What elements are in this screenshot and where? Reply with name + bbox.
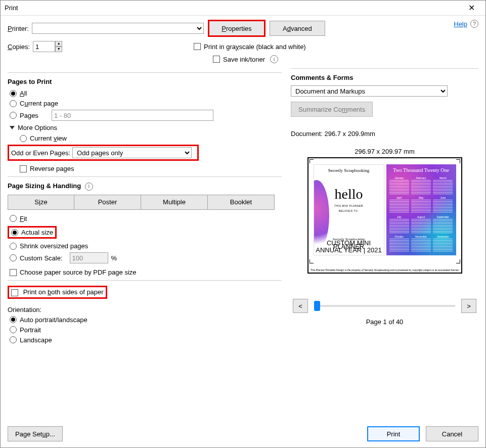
window-title: Print xyxy=(5,4,461,12)
orientation-title: Orientation: xyxy=(8,306,282,313)
both-sides-checkbox[interactable] xyxy=(11,289,18,296)
crop-mark-icon xyxy=(456,159,460,163)
auto-orient-radio[interactable] xyxy=(10,316,17,323)
landscape-radio[interactable] xyxy=(10,336,17,343)
choose-source-checkbox[interactable] xyxy=(10,269,17,276)
help-link[interactable]: Help xyxy=(454,20,467,28)
pages-to-print-title: Pages to Print xyxy=(8,78,282,85)
custom-scale-label: Custom Scale: xyxy=(20,254,63,262)
custom-scale-radio[interactable] xyxy=(10,254,17,261)
copies-input[interactable] xyxy=(33,41,55,52)
advanced-button[interactable]: Advanced xyxy=(270,21,325,36)
print-dialog: Print ✕ Help ? Printer: Properties Advan… xyxy=(0,0,486,448)
preview-next-button[interactable]: > xyxy=(461,299,476,313)
landscape-label: Landscape xyxy=(20,336,52,344)
preview-slider[interactable] xyxy=(314,305,455,307)
titlebar: Print ✕ xyxy=(1,1,485,16)
crop-mark-icon xyxy=(310,159,314,163)
portrait-label: Portrait xyxy=(20,326,41,334)
current-view-radio[interactable] xyxy=(20,135,27,142)
properties-button[interactable]: Properties xyxy=(209,21,264,36)
print-button[interactable]: Print xyxy=(367,426,420,441)
shrink-radio[interactable] xyxy=(10,243,17,250)
copies-label: Copies: xyxy=(8,43,30,51)
preview-page-right: Two Thousand Twenty One JanuaryFebruaryM… xyxy=(386,164,456,255)
actual-size-radio[interactable] xyxy=(11,229,18,236)
reverse-pages-checkbox[interactable] xyxy=(20,165,27,172)
odd-even-select[interactable]: Odd pages only xyxy=(72,147,192,158)
percent-label: % xyxy=(111,254,117,262)
auto-orient-label: Auto portrait/landscape xyxy=(20,316,87,324)
copies-down-icon[interactable]: ▼ xyxy=(55,47,62,52)
crop-mark-icon xyxy=(310,259,314,263)
cancel-button[interactable]: Cancel xyxy=(426,426,478,441)
fit-radio[interactable] xyxy=(10,215,17,222)
all-radio[interactable] xyxy=(10,90,17,97)
booklet-tab[interactable]: Booklet xyxy=(208,195,275,210)
choose-source-label: Choose paper source by PDF page size xyxy=(20,268,137,276)
print-preview: Secretly Scrapbooking hello THIS MINI PL… xyxy=(307,157,462,274)
printer-label: Printer: xyxy=(8,25,29,32)
page-setup-button[interactable]: Page Setup... xyxy=(8,426,63,441)
grayscale-label: Print in grayscale (black and white) xyxy=(204,43,306,51)
more-options-label: More Options xyxy=(18,124,57,131)
both-sides-row: Print on both sides of paper xyxy=(8,286,107,299)
reverse-pages-label: Reverse pages xyxy=(30,165,74,172)
printer-select[interactable] xyxy=(32,23,204,34)
sizing-info-icon[interactable]: i xyxy=(85,183,93,191)
preview-prev-button[interactable]: < xyxy=(293,299,308,313)
slider-thumb-icon[interactable] xyxy=(314,301,320,311)
page-indicator: Page 1 of 40 xyxy=(291,318,478,326)
preview-caption: This Planner Printable Design is the pro… xyxy=(308,268,461,272)
close-icon[interactable]: ✕ xyxy=(461,3,481,13)
document-dimensions: Document: 296.7 x 209.9mm xyxy=(291,130,478,138)
save-ink-label: Save ink/toner xyxy=(223,56,265,63)
grayscale-checkbox[interactable] xyxy=(194,43,201,50)
poster-tab[interactable]: Poster xyxy=(74,195,141,210)
comments-title: Comments & Forms xyxy=(291,74,478,81)
actual-size-label: Actual size xyxy=(21,229,53,236)
odd-even-label: Odd or Even Pages: xyxy=(11,149,70,157)
summarize-comments-button[interactable]: Summarize Comments xyxy=(291,102,373,117)
pages-label: Pages xyxy=(20,112,38,119)
crop-mark-icon xyxy=(456,259,460,263)
sizing-title: Page Sizing & Handling i xyxy=(8,182,282,191)
current-page-label: Current page xyxy=(20,100,58,107)
portrait-radio[interactable] xyxy=(10,326,17,333)
both-sides-label: Print on both sides of paper xyxy=(23,288,104,296)
all-label: All xyxy=(20,89,27,97)
save-ink-info-icon[interactable]: i xyxy=(270,55,278,63)
more-options-toggle[interactable]: More Options xyxy=(10,124,282,131)
fit-label: Fit xyxy=(20,215,27,222)
multiple-tab[interactable]: Multiple xyxy=(141,195,208,210)
triangle-down-icon xyxy=(10,126,15,129)
odd-even-row: Odd or Even Pages: Odd pages only xyxy=(8,145,199,161)
actual-size-row: Actual size xyxy=(8,226,57,239)
help-info-icon[interactable]: ? xyxy=(470,20,478,28)
preview-size-label: 296.97 x 209.97 mm xyxy=(291,148,478,155)
preview-page-left: Secretly Scrapbooking hello THIS MINI PL… xyxy=(314,164,384,255)
size-tab[interactable]: Size xyxy=(8,195,74,210)
custom-scale-input[interactable] xyxy=(70,252,108,263)
pages-radio[interactable] xyxy=(10,112,17,119)
pages-range-input[interactable] xyxy=(52,110,213,121)
copies-spinner[interactable]: ▲ ▼ xyxy=(33,41,62,52)
save-ink-checkbox[interactable] xyxy=(213,56,220,63)
current-view-label: Current view xyxy=(30,135,67,142)
shrink-label: Shrink oversized pages xyxy=(20,242,88,250)
current-page-radio[interactable] xyxy=(10,100,17,107)
copies-up-icon[interactable]: ▲ xyxy=(55,41,62,47)
comments-select[interactable]: Document and Markups xyxy=(291,85,448,97)
